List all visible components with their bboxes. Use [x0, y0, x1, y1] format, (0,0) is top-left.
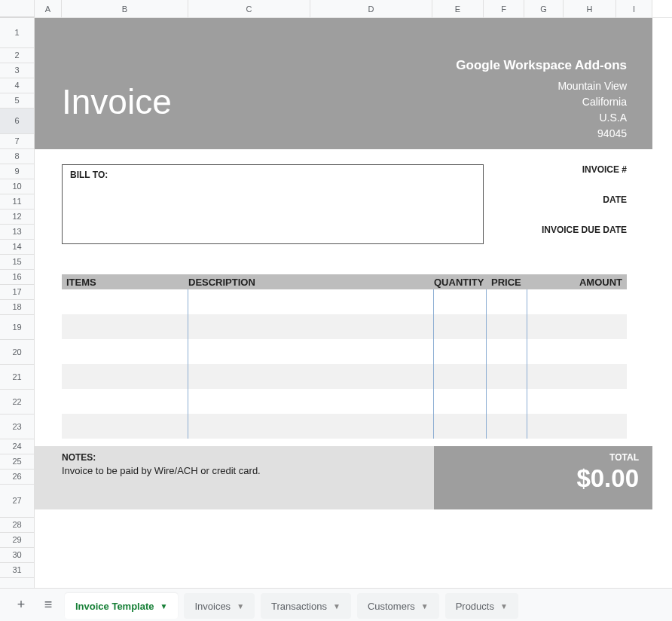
total-value: $0.00	[447, 464, 639, 493]
col-header-I[interactable]: I	[616, 0, 652, 17]
row-header-10[interactable]: 10	[0, 179, 34, 194]
col-header-G[interactable]: G	[524, 0, 564, 17]
col-header-A[interactable]: A	[35, 0, 62, 17]
total-box: TOTAL $0.00	[434, 446, 652, 509]
invoice-footer: NOTES: Invoice to be paid by Wire/ACH or…	[35, 446, 652, 509]
row-header-5[interactable]: 5	[0, 93, 34, 109]
row-header-25[interactable]: 25	[0, 454, 34, 470]
company-city: Mountain View	[456, 78, 627, 94]
tab-invoice-template[interactable]: Invoice Template ▼	[65, 593, 178, 619]
tab-label: Invoice Template	[75, 601, 154, 612]
row-header-7[interactable]: 7	[0, 134, 34, 149]
invoice-date-label: DATE	[484, 194, 627, 205]
tab-label: Products	[456, 601, 494, 612]
row-header-3[interactable]: 3	[0, 63, 34, 78]
select-all-corner[interactable]	[0, 0, 35, 17]
row-header-30[interactable]: 30	[0, 548, 34, 563]
tab-customers[interactable]: Customers▼	[357, 593, 439, 619]
notes-label: NOTES:	[62, 452, 425, 463]
col-header-H[interactable]: H	[564, 0, 616, 17]
row-header-2[interactable]: 2	[0, 48, 34, 63]
tab-label: Customers	[368, 601, 415, 612]
bill-to-label: BILL TO:	[70, 170, 108, 180]
col-amount: AMOUNT	[527, 277, 627, 288]
spreadsheet-grid[interactable]: ABCDEFGHI 123456789101112131415161718192…	[0, 0, 672, 588]
row-headers: 1234567891011121314151617181920212223242…	[0, 18, 35, 588]
row-header-16[interactable]: 16	[0, 270, 34, 285]
total-label: TOTAL	[447, 452, 639, 463]
row-header-21[interactable]: 21	[0, 365, 34, 390]
item-row[interactable]	[62, 339, 627, 364]
row-header-23[interactable]: 23	[0, 415, 34, 439]
row-header-28[interactable]: 28	[0, 518, 34, 533]
item-row[interactable]	[62, 289, 627, 314]
row-header-14[interactable]: 14	[0, 240, 34, 255]
item-row[interactable]	[62, 389, 627, 414]
items-table: ITEMS DESCRIPTION QUANTITY PRICE AMOUNT	[62, 274, 627, 439]
row-header-6[interactable]: 6	[0, 109, 34, 134]
row-header-20[interactable]: 20	[0, 340, 34, 365]
cells-area[interactable]: Invoice Google Workspace Add-ons Mountai…	[35, 18, 672, 588]
all-sheets-button[interactable]: ≡	[38, 595, 59, 616]
invoice-document: Invoice Google Workspace Add-ons Mountai…	[35, 18, 652, 509]
invoice-title: Invoice	[62, 81, 172, 134]
col-header-E[interactable]: E	[432, 0, 484, 17]
tab-invoices[interactable]: Invoices▼	[184, 593, 255, 619]
row-header-31[interactable]: 31	[0, 563, 34, 578]
invoice-meta-labels: INVOICE # DATE INVOICE DUE DATE	[484, 164, 627, 247]
col-header-C[interactable]: C	[188, 0, 310, 17]
col-items: ITEMS	[62, 277, 188, 288]
col-header-F[interactable]: F	[484, 0, 524, 17]
row-header-4[interactable]: 4	[0, 78, 34, 93]
column-headers: ABCDEFGHI	[0, 0, 672, 18]
item-row[interactable]	[62, 314, 627, 339]
row-header-13[interactable]: 13	[0, 225, 34, 240]
col-description: DESCRIPTION	[188, 277, 434, 288]
item-row[interactable]	[62, 414, 627, 439]
col-header-D[interactable]: D	[310, 0, 432, 17]
sheet-tabs-bar: + ≡ Invoice Template ▼ Invoices▼Transact…	[0, 588, 672, 621]
col-quantity: QUANTITY	[434, 277, 487, 288]
chevron-down-icon[interactable]: ▼	[333, 602, 341, 610]
tab-transactions[interactable]: Transactions▼	[261, 593, 351, 619]
col-header-B[interactable]: B	[62, 0, 188, 17]
add-sheet-button[interactable]: +	[11, 595, 32, 616]
chevron-down-icon[interactable]: ▼	[160, 602, 168, 610]
row-header-11[interactable]: 11	[0, 194, 34, 210]
invoice-due-label: INVOICE DUE DATE	[484, 225, 627, 235]
row-header-12[interactable]: 12	[0, 210, 34, 225]
row-header-15[interactable]: 15	[0, 255, 34, 270]
bill-to-box[interactable]: BILL TO:	[62, 164, 484, 244]
company-country: U.S.A	[456, 110, 627, 126]
notes-text: Invoice to be paid by Wire/ACH or credit…	[62, 465, 425, 476]
items-header-row: ITEMS DESCRIPTION QUANTITY PRICE AMOUNT	[62, 274, 627, 289]
row-header-8[interactable]: 8	[0, 149, 34, 164]
item-row[interactable]	[62, 364, 627, 389]
tab-label: Transactions	[271, 601, 327, 612]
chevron-down-icon[interactable]: ▼	[421, 602, 429, 610]
invoice-meta: BILL TO: INVOICE # DATE INVOICE DUE DATE	[35, 149, 652, 247]
chevron-down-icon[interactable]: ▼	[237, 602, 244, 610]
row-header-1[interactable]: 1	[0, 18, 34, 48]
row-header-29[interactable]: 29	[0, 533, 34, 548]
tab-label: Invoices	[194, 601, 231, 612]
row-header-22[interactable]: 22	[0, 390, 34, 415]
row-header-9[interactable]: 9	[0, 164, 34, 179]
row-header-17[interactable]: 17	[0, 285, 34, 300]
company-zip: 94045	[456, 126, 627, 142]
row-header-18[interactable]: 18	[0, 300, 34, 315]
row-header-19[interactable]: 19	[0, 315, 34, 340]
row-header-24[interactable]: 24	[0, 439, 34, 454]
company-state: California	[456, 94, 627, 110]
company-name: Google Workspace Add-ons	[456, 56, 627, 75]
chevron-down-icon[interactable]: ▼	[500, 602, 508, 610]
tab-products[interactable]: Products▼	[445, 593, 518, 619]
col-price: PRICE	[487, 277, 527, 288]
company-block: Google Workspace Add-ons Mountain View C…	[456, 41, 627, 134]
invoice-header: Invoice Google Workspace Add-ons Mountai…	[35, 18, 652, 149]
invoice-number-label: INVOICE #	[484, 164, 627, 175]
row-header-27[interactable]: 27	[0, 485, 34, 518]
notes-box: NOTES: Invoice to be paid by Wire/ACH or…	[35, 446, 434, 509]
row-header-26[interactable]: 26	[0, 470, 34, 485]
